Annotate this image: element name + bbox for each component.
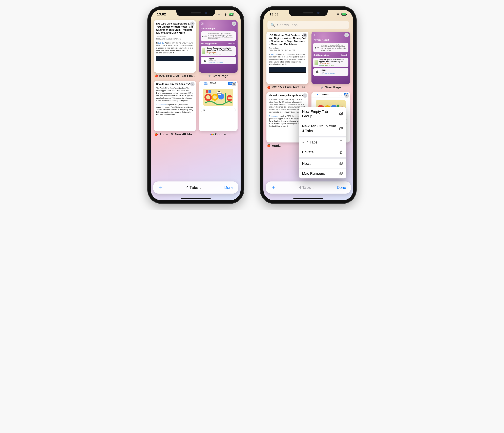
bookmarks-icon: ▯▯ From Bookmarks bbox=[209, 62, 223, 63]
close-tab-button[interactable]: ✕ bbox=[232, 82, 236, 86]
google-doodle-icon bbox=[203, 88, 233, 107]
article-headline: Should You Buy the Apple TV? bbox=[269, 94, 306, 97]
hand-icon bbox=[339, 150, 343, 154]
iphone-right: 13:03 🔍 Search Tabs ✕ iOS 15's Live Text… bbox=[261, 7, 356, 203]
recording-dots-icon bbox=[216, 14, 221, 15]
google-search-input[interactable]: 🔍 bbox=[201, 108, 235, 112]
magnifier-icon: 🔍 bbox=[270, 23, 275, 27]
tab-cell-live-text[interactable]: ✕ iOS 15's Live Text Feature Lets You Di… bbox=[266, 32, 308, 90]
new-tab-button[interactable]: ＋ bbox=[158, 184, 164, 191]
close-tab-button[interactable]: ✕ bbox=[232, 21, 236, 26]
menu-group-macrumours[interactable]: Mac Rumours bbox=[299, 169, 346, 179]
svg-rect-28 bbox=[340, 141, 342, 144]
done-button[interactable]: Done bbox=[224, 185, 234, 190]
readinglist-icon: 👓 From Reading List bbox=[319, 64, 334, 66]
hamburger-icon[interactable]: ☰ bbox=[313, 94, 315, 96]
bottom-bar: ＋ 4 Tabs⌄ Done bbox=[266, 181, 351, 194]
home-indicator[interactable] bbox=[293, 198, 324, 198]
book-icon: ▯▯ bbox=[314, 33, 316, 36]
suggestion-row[interactable]: Appleapple.com▯▯ From Bookmarks bbox=[201, 57, 236, 64]
iphone-left: 13:02 ✕ iOS 15's Live Text Feature Lets … bbox=[148, 7, 243, 203]
notch bbox=[176, 10, 215, 16]
show-all-button[interactable]: Show All › bbox=[228, 43, 235, 45]
siri-suggestions-label: Siri Suggestions bbox=[201, 43, 217, 45]
home-indicator[interactable] bbox=[180, 198, 211, 198]
status-time: 13:02 bbox=[157, 12, 166, 16]
favicon-macrumors-icon: 🍎 bbox=[154, 74, 158, 77]
shield-icon: ◐49 bbox=[202, 33, 207, 39]
wifi-icon bbox=[224, 13, 227, 16]
suggestion-row[interactable]: Google Explores Alternative to Apple's N… bbox=[201, 46, 236, 56]
siri-suggestions-label: Siri Suggestions bbox=[314, 54, 329, 56]
svg-rect-11 bbox=[228, 98, 233, 99]
new-group-icon bbox=[339, 112, 343, 116]
favicon-google-icon bbox=[210, 133, 214, 136]
google-tab-images[interactable]: IMAGES bbox=[210, 82, 216, 84]
svg-rect-26 bbox=[340, 127, 342, 130]
suggestion-row[interactable]: Appleapple.com▯▯ From Bookmarks bbox=[313, 68, 348, 76]
show-all-button[interactable]: Show All › bbox=[341, 54, 348, 56]
privacy-report-label: Privacy Report bbox=[201, 27, 216, 30]
svg-rect-32 bbox=[340, 172, 342, 174]
new-tab-button[interactable]: ＋ bbox=[270, 184, 276, 191]
close-tab-button[interactable]: ✕ bbox=[344, 93, 349, 98]
hamburger-icon[interactable]: ☰ bbox=[201, 82, 202, 84]
book-icon: ▯▯ bbox=[201, 22, 204, 25]
tab-cell-apple-tv[interactable]: ✕ Should You Buy the Apple TV? The Apple… bbox=[154, 81, 196, 136]
bottom-bar: ＋ 4 Tabs⌄ Done bbox=[153, 181, 238, 194]
menu-current-tabs[interactable]: ✓4 Tabs bbox=[299, 137, 346, 147]
svg-rect-14 bbox=[208, 90, 211, 93]
copy-icon bbox=[339, 162, 343, 166]
suggestion-thumb-icon bbox=[202, 48, 205, 54]
tab-title-label: Start Page bbox=[325, 86, 341, 89]
menu-new-empty-group[interactable]: New Empty Tab Group bbox=[299, 107, 346, 121]
menu-private[interactable]: Private bbox=[299, 147, 346, 157]
tab-title-label: iOS 15's Live Text Fea... bbox=[159, 74, 195, 78]
menu-group-news[interactable]: News bbox=[299, 159, 346, 169]
svg-rect-13 bbox=[206, 90, 208, 93]
close-tab-button[interactable]: ✕ bbox=[344, 33, 349, 37]
search-placeholder: Search Tabs bbox=[277, 23, 297, 27]
battery-charging-icon bbox=[229, 13, 234, 16]
tab-cell-start-page[interactable]: ✕ ▯▯ Privacy Report ◐49In the last seven… bbox=[311, 32, 350, 90]
article-body: In iOS 15, Apple is introducing a new fe… bbox=[269, 53, 306, 65]
tab-group-switcher[interactable]: 4 Tabs⌄ bbox=[186, 185, 201, 190]
tab-title-label: iOS 15's Live Text Fea... bbox=[272, 85, 308, 89]
bookmarks-icon: ▯▯ From Bookmarks bbox=[322, 73, 335, 75]
chevron-down-icon: ⌄ bbox=[199, 186, 202, 189]
search-tabs-input[interactable]: 🔍 Search Tabs bbox=[268, 21, 349, 29]
article-image-placeholder bbox=[156, 56, 194, 61]
article-body: In iOS 15, Apple is introducing a new fe… bbox=[156, 42, 194, 54]
suggestion-row[interactable]: Google Explores Alternative to Apple's N… bbox=[313, 58, 348, 67]
checkmark-icon: ✓ bbox=[302, 140, 305, 144]
privacy-report-label: Privacy Report bbox=[314, 39, 329, 41]
tab-overview: ✕ iOS 15's Live Text Feature Lets You Di… bbox=[151, 20, 241, 200]
tab-cell-start-page[interactable]: ✕ ▯▯ Privacy Report ◐49 In the last seve… bbox=[199, 20, 238, 78]
tab-title-label: Appl... bbox=[272, 144, 282, 147]
article-body: The Apple TV is Apple's set-top box. The… bbox=[156, 87, 194, 102]
readinglist-icon: 👓 From Reading List bbox=[207, 53, 221, 55]
suggestion-thumb-icon bbox=[315, 60, 318, 65]
menu-new-group-from-tabs[interactable]: New Tab Group from 4 Tabs bbox=[299, 121, 346, 136]
article-headline: iOS 15's Live Text Feature Lets You Digi… bbox=[156, 22, 194, 34]
new-group-plus-icon bbox=[339, 126, 343, 131]
status-time: 13:03 bbox=[270, 12, 279, 16]
done-button[interactable]: Done bbox=[337, 185, 346, 190]
tab-cell-google[interactable]: ✕ ☰ ALL IMAGES ⋮⋮⋮ Sign in bbox=[199, 81, 238, 136]
google-tab-all[interactable]: ALL bbox=[317, 93, 320, 96]
tab-group-switcher[interactable]: 4 Tabs⌄ bbox=[299, 185, 314, 190]
article-headline: iOS 15's Live Text Feature Lets You Digi… bbox=[269, 34, 306, 46]
favicon-macrumors-icon: 🍎 bbox=[267, 86, 270, 89]
tab-group-menu: New Empty Tab Group New Tab Group from 4… bbox=[299, 107, 346, 179]
google-tab-all[interactable]: ALL bbox=[204, 82, 207, 84]
apps-grid-icon[interactable]: ⋮⋮⋮ bbox=[337, 94, 342, 96]
apps-grid-icon[interactable]: ⋮⋮⋮ bbox=[221, 82, 226, 84]
svg-rect-9 bbox=[225, 93, 226, 102]
google-tab-images[interactable]: IMAGES bbox=[322, 93, 329, 96]
tab-title-label: Start Page bbox=[213, 74, 228, 78]
tab-title-label: Google bbox=[215, 132, 226, 136]
svg-rect-24 bbox=[340, 113, 342, 115]
svg-rect-29 bbox=[340, 163, 342, 165]
tab-cell-live-text[interactable]: ✕ iOS 15's Live Text Feature Lets You Di… bbox=[154, 20, 196, 78]
article-author: Tim Hardwick bbox=[269, 47, 306, 49]
